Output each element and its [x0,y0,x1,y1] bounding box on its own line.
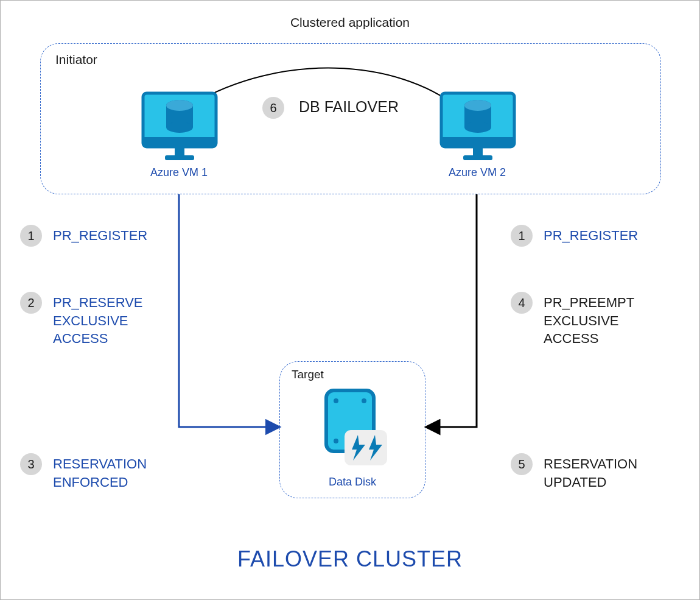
failover-step: 6 [262,97,284,119]
left-step-3: 3 RESERVATION ENFORCED [20,453,147,491]
step-label: PR_PREEMPT EXCLUSIVE ACCESS [544,292,634,348]
right-step-3: 5 RESERVATION UPDATED [511,453,637,491]
step-number-badge: 2 [20,292,42,314]
step-label: PR_REGISTER [544,225,638,245]
right-step-1: 1 PR_REGISTER [511,225,638,247]
vm-icon [141,91,219,164]
right-step-2: 4 PR_PREEMPT EXCLUSIVE ACCESS [511,292,634,348]
step-label: RESERVATION ENFORCED [53,453,147,491]
data-disk-icon [320,387,393,473]
svg-point-17 [334,398,338,403]
svg-rect-11 [463,155,492,160]
left-step-1: 1 PR_REGISTER [20,225,147,247]
data-disk-label: Data Disk [279,476,425,489]
vm1-label: Azure VM 1 [133,166,225,179]
footer-title: FAILOVER CLUSTER [1,546,699,572]
step-number-badge: 4 [511,292,533,314]
left-step-2: 2 PR_RESERVE EXCLUSIVE ACCESS [20,292,143,348]
svg-point-19 [334,439,338,443]
step-number-badge: 1 [511,225,533,247]
svg-rect-21 [345,430,387,465]
step-number-badge: 1 [20,225,42,247]
step-number-badge: 3 [20,453,42,475]
failover-step-label: DB FAILOVER [299,98,399,116]
svg-rect-3 [165,155,194,160]
step-label: RESERVATION UPDATED [544,453,637,491]
svg-point-18 [362,398,366,403]
svg-rect-1 [143,137,216,147]
svg-point-15 [464,100,491,111]
vm-icon [439,91,517,164]
step-label: PR_RESERVE EXCLUSIVE ACCESS [53,292,143,348]
diagram-canvas: Clustered application Initiator Target [0,0,700,600]
step-label: PR_REGISTER [53,225,147,245]
svg-point-7 [166,100,193,111]
vm2-label: Azure VM 2 [432,166,523,179]
svg-point-6 [166,122,193,133]
step-number-badge: 5 [511,453,533,475]
svg-rect-9 [441,137,514,147]
svg-rect-10 [473,147,483,155]
svg-point-14 [464,122,491,133]
step-number-badge: 6 [262,97,284,119]
svg-rect-2 [175,147,184,155]
